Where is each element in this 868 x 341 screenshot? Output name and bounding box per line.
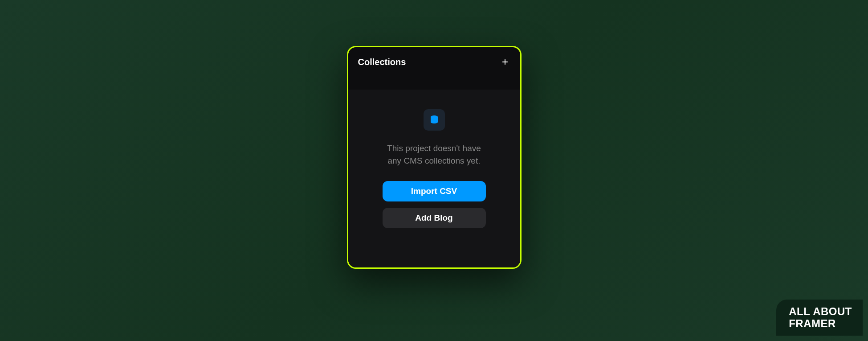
empty-message-line1: This project doesn't have — [387, 144, 481, 153]
watermark-line2: FRAMER — [789, 317, 836, 329]
panel-header: Collections — [348, 47, 520, 77]
panel-title: Collections — [358, 57, 406, 67]
panel-body: This project doesn't have any CMS collec… — [348, 90, 520, 267]
add-blog-button[interactable]: Add Blog — [383, 208, 486, 228]
import-csv-button[interactable]: Import CSV — [383, 181, 486, 201]
watermark-text: ALL ABOUT FRAMER — [789, 306, 852, 329]
empty-state-message: This project doesn't have any CMS collec… — [387, 142, 481, 168]
database-icon-container — [424, 109, 445, 131]
button-group: Import CSV Add Blog — [383, 181, 486, 228]
collections-panel: Collections This project doesn't have an… — [347, 46, 522, 269]
watermark-line1: ALL ABOUT — [789, 305, 852, 317]
watermark-badge: ALL ABOUT FRAMER — [776, 300, 863, 336]
add-collection-button[interactable] — [501, 58, 509, 66]
plus-icon — [501, 58, 509, 66]
empty-message-line2: any CMS collections yet. — [387, 156, 480, 165]
database-icon — [429, 115, 440, 125]
